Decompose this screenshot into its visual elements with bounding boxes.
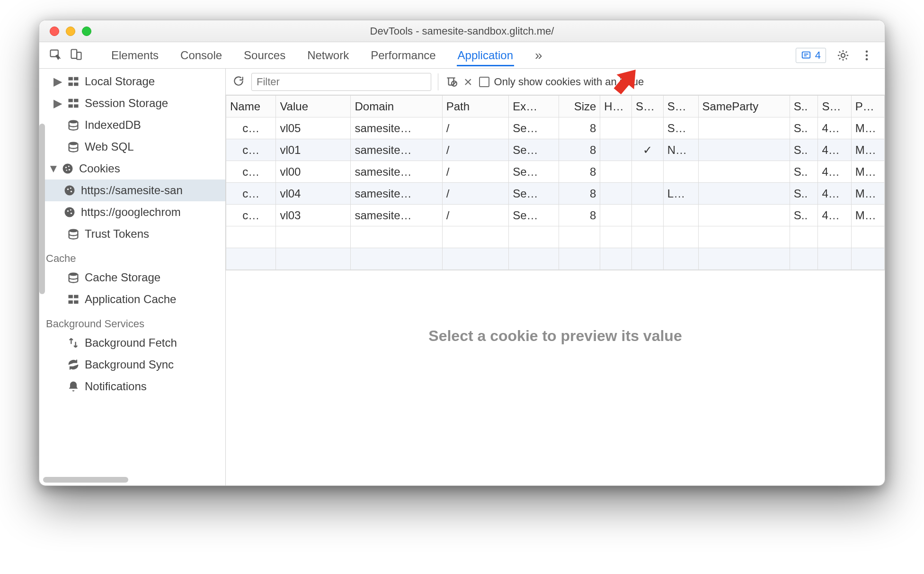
- table-row[interactable]: c…vl01samesite…/Se…8✓N…S..4…M…: [226, 139, 885, 161]
- checkbox-icon: [479, 77, 489, 87]
- application-sidebar: ▶Local Storage ▶Session Storage IndexedD…: [39, 69, 226, 485]
- sidebar-section-cache: Cache: [39, 245, 225, 267]
- sidebar-item-appcache[interactable]: Application Cache: [39, 288, 225, 310]
- database-icon: [67, 227, 80, 241]
- fetch-icon: [67, 336, 80, 350]
- label: IndexedDB: [85, 118, 141, 132]
- svg-rect-13: [74, 99, 78, 102]
- table-row[interactable]: c…vl04samesite…/Se…8L…S..4…M…: [226, 183, 885, 205]
- titlebar: DevTools - samesite-sandbox.glitch.me/: [39, 20, 885, 42]
- inspect-element-icon[interactable]: [49, 48, 62, 63]
- col-x1[interactable]: S..: [790, 96, 818, 117]
- svg-rect-11: [74, 82, 78, 86]
- svg-point-18: [63, 164, 73, 174]
- bell-icon: [67, 380, 80, 393]
- refresh-icon[interactable]: [232, 75, 245, 89]
- sidebar-item-bg-sync[interactable]: Background Sync: [39, 354, 225, 376]
- close-window-button[interactable]: [50, 27, 59, 36]
- table-header-row[interactable]: Name Value Domain Path Ex… Size H… S… S……: [226, 96, 885, 117]
- svg-rect-1: [71, 49, 77, 58]
- table-row[interactable]: c…vl00samesite…/Se…8S..4…M…: [226, 161, 885, 183]
- separator: [438, 73, 438, 90]
- col-value[interactable]: Value: [276, 96, 351, 117]
- cookie-icon: [63, 206, 76, 219]
- tab-performance[interactable]: Performance: [370, 46, 436, 65]
- sidebar-item-bg-fetch[interactable]: Background Fetch: [39, 332, 225, 354]
- sidebar-item-cache-storage[interactable]: Cache Storage: [39, 267, 225, 288]
- svg-point-17: [69, 142, 78, 145]
- cookies-filterbar: × Only show cookies with an issue: [226, 69, 885, 95]
- tab-application[interactable]: Application: [457, 45, 514, 66]
- more-options-icon[interactable]: [860, 49, 873, 62]
- svg-rect-9: [74, 77, 78, 81]
- col-expires[interactable]: Ex…: [509, 96, 559, 117]
- issues-badge[interactable]: 4: [796, 48, 826, 63]
- minimize-window-button[interactable]: [66, 27, 75, 36]
- col-size[interactable]: Size: [559, 96, 600, 117]
- label: Background Sync: [85, 358, 174, 371]
- sidebar-item-cookie-origin-0[interactable]: https://samesite-san: [39, 179, 225, 201]
- sidebar-item-cookie-origin-1[interactable]: https://googlechrom: [39, 201, 225, 223]
- clear-filtered-icon[interactable]: [445, 75, 457, 89]
- svg-point-19: [65, 167, 67, 168]
- sync-icon: [67, 358, 80, 371]
- tabs-overflow-icon[interactable]: »: [534, 45, 543, 66]
- cookie-icon: [63, 184, 76, 197]
- database-icon: [67, 140, 80, 153]
- table-row[interactable]: c…vl03samesite…/Se…8S..4…M…: [226, 205, 885, 226]
- svg-point-16: [69, 120, 78, 124]
- svg-point-26: [71, 191, 72, 192]
- svg-point-20: [68, 166, 70, 167]
- col-x2[interactable]: S…: [818, 96, 851, 117]
- sidebar-horizontal-scrollbar[interactable]: [43, 477, 128, 483]
- svg-point-23: [65, 186, 75, 196]
- col-samesite[interactable]: S…: [663, 96, 698, 117]
- cookies-pane: × Only show cookies with an issue Name: [226, 69, 885, 485]
- device-toolbar-icon[interactable]: [70, 48, 83, 63]
- sidebar-item-cookies[interactable]: ▼Cookies: [39, 158, 225, 179]
- svg-rect-33: [69, 295, 73, 298]
- database-icon: [67, 271, 80, 284]
- sidebar-item-local-storage[interactable]: ▶Local Storage: [39, 71, 225, 92]
- col-domain[interactable]: Domain: [351, 96, 442, 117]
- col-priority[interactable]: P…: [851, 96, 884, 117]
- table-row[interactable]: c…vl05samesite…/Se…8S…S..4…M…: [226, 117, 885, 139]
- sidebar-scrollbar[interactable]: [39, 124, 45, 294]
- filter-input[interactable]: [251, 73, 431, 91]
- database-icon: [67, 118, 80, 132]
- clear-all-icon[interactable]: ×: [464, 74, 472, 90]
- settings-icon[interactable]: [836, 49, 850, 62]
- sidebar-item-session-storage[interactable]: ▶Session Storage: [39, 92, 225, 114]
- sidebar-item-trust-tokens[interactable]: Trust Tokens: [39, 223, 225, 245]
- label: Local Storage: [85, 75, 155, 88]
- sidebar-section-bg: Background Services: [39, 310, 225, 332]
- panel-body: ▶Local Storage ▶Session Storage IndexedD…: [39, 69, 885, 485]
- svg-rect-35: [69, 300, 73, 304]
- tab-network[interactable]: Network: [306, 46, 350, 65]
- zoom-window-button[interactable]: [82, 27, 91, 36]
- sidebar-item-websql[interactable]: Web SQL: [39, 136, 225, 158]
- label: https://samesite-san: [81, 184, 183, 197]
- label: Cookies: [79, 162, 120, 175]
- svg-point-5: [866, 50, 868, 53]
- tab-elements[interactable]: Elements: [110, 46, 160, 65]
- label: Background Fetch: [85, 336, 177, 350]
- window-controls: [39, 27, 91, 36]
- col-path[interactable]: Path: [442, 96, 509, 117]
- table-row-empty: [226, 248, 885, 270]
- table-row-empty: [226, 226, 885, 248]
- svg-rect-3: [802, 52, 810, 58]
- sidebar-item-indexeddb[interactable]: IndexedDB: [39, 114, 225, 136]
- issues-count: 4: [815, 49, 821, 62]
- sidebar-item-notifications[interactable]: Notifications: [39, 376, 225, 397]
- label: Cache Storage: [85, 271, 160, 284]
- svg-point-21: [69, 169, 70, 170]
- col-name[interactable]: Name: [226, 96, 276, 117]
- svg-rect-10: [69, 82, 73, 86]
- svg-point-29: [70, 209, 71, 211]
- tab-console[interactable]: Console: [179, 46, 223, 65]
- tab-sources[interactable]: Sources: [243, 46, 286, 65]
- label: https://googlechrom: [81, 206, 181, 219]
- col-sameparty[interactable]: SameParty: [698, 96, 790, 117]
- svg-rect-14: [69, 104, 73, 108]
